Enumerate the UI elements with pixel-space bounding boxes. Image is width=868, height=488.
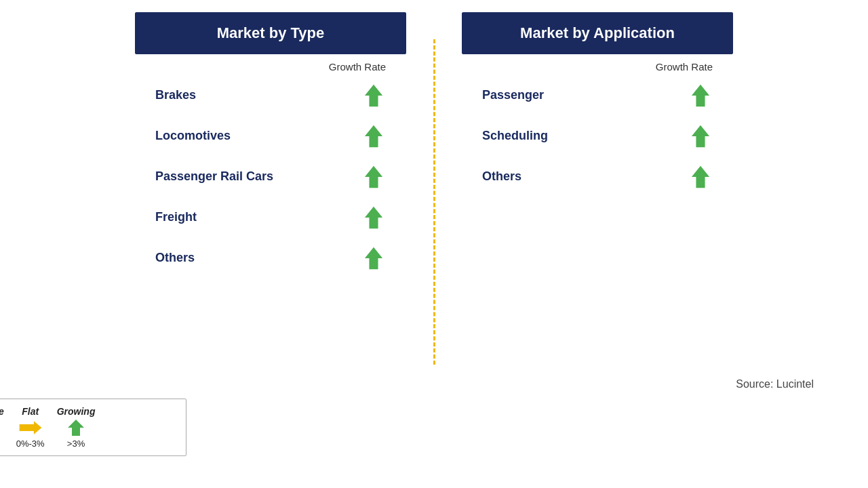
legend-item-growing: Growing >3% <box>57 406 96 449</box>
svg-marker-5 <box>692 84 709 106</box>
table-row: Freight <box>149 197 393 238</box>
market-by-application-table: Market by Application Growth Rate Passen… <box>462 12 733 197</box>
source-container: Source: Lucintel <box>292 378 868 397</box>
legend-growing-label: Growing <box>57 406 96 417</box>
left-subheader-label: Growth Rate <box>329 61 386 73</box>
table-row: Locomotives <box>149 116 393 157</box>
legend-flat-label: Flat <box>22 406 39 417</box>
yellow-right-arrow-icon <box>18 418 43 437</box>
right-table-rows: Passenger Scheduling Others <box>462 75 733 197</box>
green-up-arrow-icon <box>688 124 713 148</box>
green-up-arrow-icon <box>361 246 386 270</box>
svg-marker-3 <box>365 206 382 228</box>
svg-marker-6 <box>692 125 709 147</box>
legend-item-negative: Negative <0% <box>0 406 4 449</box>
tables-row: Market by Type Growth Rate Brakes Locomo… <box>0 12 868 365</box>
svg-marker-2 <box>365 165 382 188</box>
right-subheader-label: Growth Rate <box>656 61 713 73</box>
svg-marker-4 <box>365 247 382 269</box>
legend-negative-label: Negative <box>0 406 4 417</box>
svg-marker-1 <box>365 125 382 147</box>
table-row: Scheduling <box>475 116 719 157</box>
main-container: Market by Type Growth Rate Brakes Locomo… <box>0 0 868 488</box>
market-by-type-table: Market by Type Growth Rate Brakes Locomo… <box>135 12 406 279</box>
source-text: Source: Lucintel <box>736 378 814 390</box>
dashed-line <box>433 39 435 365</box>
row-label-others-left: Others <box>155 251 195 265</box>
right-table-header: Market by Application <box>462 12 733 54</box>
svg-marker-10 <box>68 420 84 436</box>
table-row: Others <box>149 238 393 279</box>
row-label-locomotives: Locomotives <box>155 129 231 143</box>
row-label-scheduling: Scheduling <box>482 129 548 143</box>
svg-marker-0 <box>365 84 382 106</box>
green-up-arrow-icon <box>361 165 386 189</box>
row-label-brakes: Brakes <box>155 88 196 102</box>
dashed-divider <box>433 12 435 365</box>
legend-box: CAGR (2024-30): Negative <0% Flat 0%-3% <box>0 399 186 456</box>
green-up-arrow-icon <box>688 83 713 108</box>
table-row: Others <box>475 157 719 197</box>
green-up-arrow-small-icon <box>66 418 85 437</box>
legend-growing-sublabel: >3% <box>67 439 85 449</box>
row-label-passenger-rail-cars: Passenger Rail Cars <box>155 169 273 184</box>
green-up-arrow-icon <box>361 205 386 230</box>
green-up-arrow-icon <box>361 124 386 148</box>
row-label-passenger: Passenger <box>482 88 544 102</box>
left-table-rows: Brakes Locomotives Passenger Rail Cars <box>135 75 406 279</box>
table-row: Passenger Rail Cars <box>149 157 393 197</box>
table-row: Brakes <box>149 75 393 116</box>
legend-item-flat: Flat 0%-3% <box>16 406 45 449</box>
svg-marker-9 <box>19 421 41 434</box>
left-table-subheader: Growth Rate <box>135 54 406 75</box>
row-label-freight: Freight <box>155 210 197 224</box>
green-up-arrow-icon <box>361 83 386 108</box>
table-row: Passenger <box>475 75 719 116</box>
green-up-arrow-icon <box>688 165 713 189</box>
svg-marker-7 <box>692 165 709 188</box>
right-table-subheader: Growth Rate <box>462 54 733 75</box>
left-table-header: Market by Type <box>135 12 406 54</box>
legend-flat-sublabel: 0%-3% <box>16 439 45 449</box>
bottom-row: CAGR (2024-30): Negative <0% Flat 0%-3% <box>0 378 868 456</box>
row-label-others-right: Others <box>482 169 521 184</box>
